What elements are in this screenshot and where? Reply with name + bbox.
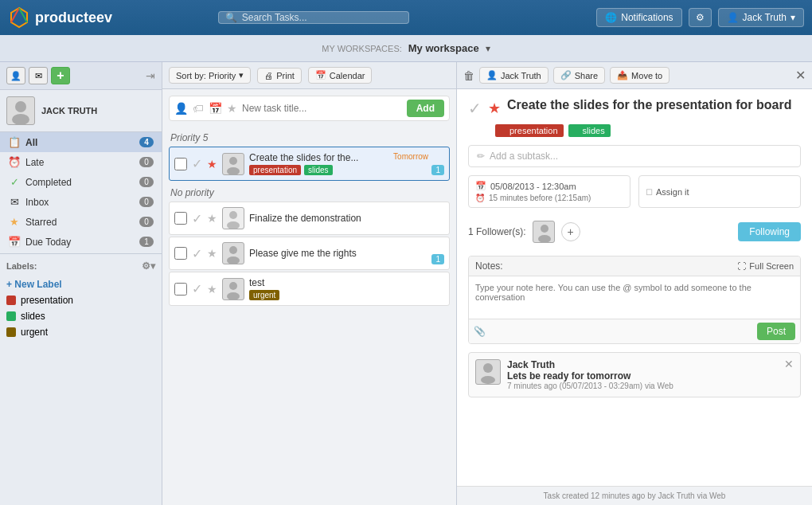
comment-close-btn[interactable]: ✕ [784, 358, 794, 370]
detail-check-icon[interactable]: ✓ [468, 99, 482, 118]
workspace-dropdown-icon[interactable]: ▾ [486, 43, 490, 54]
calendar-button[interactable]: 📅 Calendar [308, 67, 373, 84]
task-label-slides: slides [304, 165, 333, 175]
task-row[interactable]: ✓ ★ Finalize the demonstration [169, 202, 450, 235]
comment-avatar [475, 359, 501, 385]
detail-delete-icon[interactable]: 🗑 [463, 69, 474, 82]
moveto-label: Move to [631, 71, 662, 80]
detail-close-btn[interactable]: ✕ [795, 68, 806, 83]
sidebar-add-btn[interactable]: + [51, 67, 70, 84]
task-row[interactable]: ✓ ★ Please give me the rights 1 [169, 237, 450, 270]
detail-assignee-btn[interactable]: 👤 Jack Truth [479, 67, 548, 84]
task-checkbox-2[interactable] [174, 212, 187, 225]
comment-text: Lets be ready for tomorrow [507, 370, 794, 382]
print-button[interactable]: 🖨 Print [257, 68, 302, 84]
task-check-3[interactable]: ✓ [192, 246, 202, 261]
fullscreen-btn[interactable]: ⛶ Full Screen [737, 261, 794, 271]
task-star-1[interactable]: ★ [207, 158, 217, 170]
alarm-row: ⏰ 15 minutes before (12:15am) [475, 194, 623, 202]
sidebar-mail-icon-btn[interactable]: ✉ [29, 67, 48, 84]
svg-point-5 [229, 157, 237, 165]
star-icon-new[interactable]: ★ [227, 102, 237, 115]
sidebar-user-icon-btn[interactable]: 👤 [6, 67, 25, 84]
new-label-btn[interactable]: + New Label [6, 276, 155, 292]
labels-title: Labels: [6, 261, 37, 271]
new-task-input[interactable] [242, 103, 402, 114]
task-row[interactable]: ✓ ★ Create the slides for the... present… [169, 147, 450, 181]
labels-gear-icon[interactable]: ⚙▾ [142, 260, 155, 272]
alarm-icon: ⏰ [475, 194, 485, 202]
label-item-presentation[interactable]: presentation [6, 292, 155, 308]
workspace-name[interactable]: My workspace [408, 42, 479, 54]
sidebar-item-all[interactable]: 📋 All 4 [0, 132, 162, 152]
task-comment-badge-1: 1 [431, 165, 444, 175]
notifications-button[interactable]: 🌐 Notifications [596, 8, 681, 27]
detail-label-presentation[interactable]: presentation [495, 124, 564, 137]
add-task-button[interactable]: Add [407, 100, 444, 117]
task-star-3[interactable]: ★ [207, 247, 217, 260]
task-label-presentation: presentation [249, 165, 301, 175]
detail-share-btn[interactable]: 🔗 Share [553, 67, 605, 84]
task-check-4[interactable]: ✓ [192, 281, 202, 296]
task-labels-4: urgent [249, 290, 444, 300]
workspace-prefix: MY WORKSPACES: [322, 44, 401, 53]
user-menu-button[interactable]: 👤 Jack Truth ▾ [718, 8, 804, 27]
label-item-slides[interactable]: slides [6, 308, 155, 324]
assign-block[interactable]: ◻ Assign it [638, 175, 801, 208]
sort-label: Sort by: Priority [176, 71, 236, 80]
label-item-urgent[interactable]: urgent [6, 324, 155, 340]
user-avatar [6, 96, 35, 125]
fullscreen-icon: ⛶ [737, 261, 746, 271]
notes-textarea[interactable] [469, 276, 800, 316]
comment-block: Jack Truth Lets be ready for tomorrow 7 … [468, 352, 801, 397]
task-avatar-2 [222, 207, 244, 229]
detail-label-slides[interactable]: slides [568, 124, 611, 137]
attachment-icon[interactable]: 📎 [474, 326, 486, 337]
label-icon[interactable]: 🏷 [193, 102, 204, 115]
date-block: 📅 05/08/2013 - 12:30am ⏰ 15 minutes befo… [468, 175, 630, 208]
task-row[interactable]: ✓ ★ test urgent [169, 272, 450, 306]
add-follower-btn[interactable]: + [561, 222, 580, 241]
detail-star-icon[interactable]: ★ [488, 100, 501, 117]
sidebar-item-starred[interactable]: ★ Starred 0 [0, 212, 162, 232]
sidebar-label-all: All [25, 137, 37, 148]
date-assign-row: 📅 05/08/2013 - 12:30am ⏰ 15 minutes befo… [468, 175, 801, 208]
svg-point-6 [227, 167, 240, 174]
settings-button[interactable]: ⚙ [689, 8, 712, 27]
notifications-label: Notifications [621, 12, 673, 23]
late-badge: 0 [139, 157, 154, 167]
task-check-2[interactable]: ✓ [192, 211, 202, 226]
detail-body: ✓ ★ Create the slides for the presentati… [457, 89, 812, 486]
post-button[interactable]: Post [757, 323, 795, 340]
share-icon: 🔗 [560, 70, 572, 80]
date-icon[interactable]: 📅 [209, 102, 222, 115]
task-checkbox-3[interactable] [174, 247, 187, 260]
task-star-4[interactable]: ★ [207, 283, 217, 296]
search-bar[interactable]: 🔍 Search Tasks... [218, 11, 409, 24]
user-icon: 👤 [727, 12, 739, 23]
following-button[interactable]: Following [738, 222, 801, 241]
sort-button[interactable]: Sort by: Priority ▾ [169, 67, 251, 84]
sidebar: 👤 ✉ + ⇥ JACK TRUTH 📋 All 4 ⏰ Late 0 ✓ Co… [0, 62, 162, 505]
svg-point-11 [229, 282, 237, 290]
svg-point-7 [229, 211, 237, 219]
sidebar-label-late: Late [25, 157, 44, 168]
sidebar-item-late[interactable]: ⏰ Late 0 [0, 152, 162, 172]
sidebar-item-inbox[interactable]: ✉ Inbox 0 [0, 192, 162, 212]
sidebar-item-completed[interactable]: ✓ Completed 0 [0, 172, 162, 192]
detail-moveto-btn[interactable]: 📤 Move to [610, 67, 670, 84]
svg-point-15 [483, 363, 493, 373]
task-star-2[interactable]: ★ [207, 212, 217, 225]
footer-text: Task created 12 minutes ago by Jack Trut… [544, 491, 726, 500]
sidebar-item-due-today[interactable]: 📅 Due Today 1 [0, 232, 162, 252]
subtask-input[interactable]: ✏ Add a subtask... [468, 145, 801, 167]
task-checkbox-4[interactable] [174, 283, 187, 296]
alarm-time: 15 minutes before (12:15am) [489, 194, 591, 202]
svg-point-14 [538, 235, 551, 243]
sidebar-collapse-btn[interactable]: ⇥ [146, 69, 155, 82]
task-checkbox-1[interactable] [174, 158, 187, 170]
all-icon: 📋 [8, 136, 21, 148]
assign-icon[interactable]: 👤 [174, 102, 188, 115]
sidebar-user-name: JACK TRUTH [41, 106, 97, 115]
task-check-1[interactable]: ✓ [192, 156, 202, 171]
